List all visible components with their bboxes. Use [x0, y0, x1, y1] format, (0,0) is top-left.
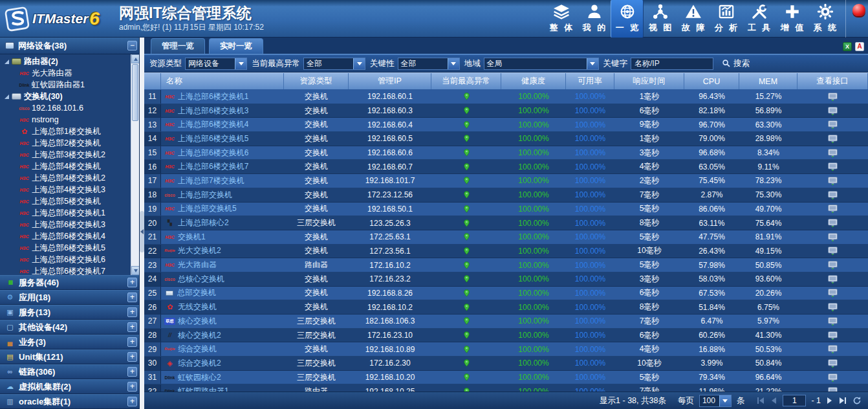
- column-header[interactable]: 响应时间: [614, 73, 684, 89]
- sidebar-section-services[interactable]: ▣ 服务(13) +: [0, 305, 139, 320]
- device-name-link[interactable]: 上海总部交换机: [178, 190, 232, 201]
- device-name-link[interactable]: 综合交换机: [178, 344, 217, 355]
- table-row[interactable]: 17 H3C上海总部7楼交换机 交换机 192.168.101.7 100.00…: [144, 174, 868, 188]
- scrollbar-thumb[interactable]: [132, 64, 138, 121]
- device-name-link[interactable]: 总核心交换机: [178, 274, 224, 285]
- view-interface-button[interactable]: [828, 149, 838, 157]
- table-row[interactable]: 30 ◈综合交换机2 三层交换机 172.16.2.30 100.00% 100…: [144, 357, 868, 371]
- column-header[interactable]: CPU: [684, 73, 739, 89]
- table-row[interactable]: 29 Ruijie综合交换机 交换机 192.168.10.89 100.00%…: [144, 342, 868, 357]
- chevron-down-icon[interactable]: [353, 58, 365, 69]
- view-interface-button[interactable]: [828, 120, 838, 129]
- expand-plus-button[interactable]: +: [127, 352, 137, 362]
- alarm-icon[interactable]: [852, 4, 865, 16]
- view-interface-button[interactable]: [828, 261, 838, 269]
- sidebar-header-network-devices[interactable]: 网络设备(38) −: [0, 38, 139, 54]
- sidebar-section-unit-set[interactable]: ▤ Unit集(121) +: [0, 349, 139, 364]
- view-interface-button[interactable]: [828, 331, 838, 340]
- table-row[interactable]: 25 总部交换机 交换机 192.168.8.26 100.00% 100.00…: [144, 287, 868, 301]
- device-name-link[interactable]: 核心交换机2: [178, 330, 221, 341]
- sidebar-section-applications[interactable]: ⚙ 应用(18) +: [0, 290, 139, 305]
- tab-realtime-overview[interactable]: 实时一览: [209, 38, 263, 54]
- chevron-down-icon[interactable]: [448, 58, 459, 69]
- tree-scrollbar[interactable]: [131, 54, 139, 275]
- tree-item[interactable]: Dlink 虹钦园路由器1: [0, 79, 139, 91]
- table-row[interactable]: 20 ▚上海总部核心2 三层交换机 123.25.26.3 100.00% 10…: [144, 216, 868, 230]
- device-name-link[interactable]: 虹钦园核心2: [178, 372, 221, 383]
- last-page-button[interactable]: [838, 397, 847, 404]
- table-row[interactable]: 13 H3C上海总部6楼交换机4 交换机 192.168.60.4 100.00…: [144, 118, 868, 132]
- tree-item[interactable]: H3C 上海总部6楼交换机1: [0, 207, 139, 219]
- tree-item[interactable]: ✿ 上海总部1楼交换机: [0, 126, 139, 137]
- column-header[interactable]: 管理IP: [349, 73, 431, 89]
- view-interface-button[interactable]: [828, 204, 838, 213]
- chevron-down-icon[interactable]: [719, 395, 731, 406]
- table-row[interactable]: 22 Ruijie光大交换机2 交换机 127.23.56.1 100.00% …: [144, 245, 868, 259]
- scroll-down-arrow-icon[interactable]: [131, 266, 139, 275]
- device-name-link[interactable]: 虹钦园路由器1: [178, 386, 229, 392]
- sidebar-section-servers[interactable]: ▮▮ 服务器(46) +: [0, 275, 139, 290]
- sidebar-section-oracle-cluster[interactable]: ▥ oracle集群(1) +: [0, 394, 139, 409]
- tree-expand-arrow-icon[interactable]: [5, 60, 9, 64]
- chevron-down-icon[interactable]: [587, 58, 598, 69]
- view-interface-button[interactable]: [828, 177, 838, 185]
- tree-item[interactable]: H3C 光大路由器: [0, 67, 139, 79]
- sidebar-section-other-devices[interactable]: ▢ 其他设备(42) +: [0, 320, 139, 335]
- next-page-button[interactable]: [826, 397, 833, 404]
- tree-item[interactable]: H3C 上海总部3楼交换机2: [0, 149, 139, 160]
- expand-plus-button[interactable]: +: [127, 278, 137, 287]
- tree-item[interactable]: H3C 上海总部6楼交换机6: [0, 254, 139, 265]
- device-name-link[interactable]: 总部交换机: [177, 287, 216, 298]
- table-row[interactable]: 21 H3C交换机1 交换机 172.25.63.1 100.00% 100.0…: [144, 230, 868, 245]
- scroll-up-arrow-icon[interactable]: [131, 54, 139, 63]
- nav-item-system[interactable]: 系 统: [808, 0, 841, 38]
- column-header[interactable]: 健康度: [501, 73, 566, 89]
- nav-item-mine[interactable]: 我 的: [578, 0, 611, 38]
- tab-manage-overview[interactable]: 管理一览: [151, 38, 205, 54]
- tree-group[interactable]: 交换机(30): [0, 91, 139, 102]
- keyword-input[interactable]: [631, 58, 713, 70]
- column-header[interactable]: 可用率: [566, 73, 614, 89]
- expand-plus-button[interactable]: +: [127, 382, 137, 392]
- view-interface-button[interactable]: [828, 93, 838, 101]
- nav-item-view[interactable]: 视 图: [644, 0, 677, 38]
- collapse-minus-button[interactable]: −: [127, 41, 137, 50]
- device-name-link[interactable]: 上海总部6楼交换机3: [178, 105, 248, 116]
- view-interface-button[interactable]: [828, 135, 838, 143]
- prev-page-button[interactable]: [770, 397, 777, 404]
- table-row[interactable]: 28 //核心交换机2 三层交换机 172.16.23.10 100.00% 1…: [144, 329, 868, 343]
- device-name-link[interactable]: 核心交换机: [178, 316, 217, 327]
- device-name-link[interactable]: 无线交换机: [178, 302, 217, 313]
- table-row[interactable]: 26 ✿无线交换机 交换机 192.168.10.2 100.00% 100.0…: [144, 300, 868, 315]
- table-row[interactable]: 23 H3C光大路由器 路由器 172.16.10.2 100.00% 100.…: [144, 258, 868, 272]
- view-interface-button[interactable]: [828, 162, 838, 171]
- sidebar-collapse-handle[interactable]: [140, 211, 144, 252]
- nav-item-overview[interactable]: 一 览: [611, 0, 644, 38]
- table-row[interactable]: 24 cisco总核心交换机 交换机 172.16.23.2 100.00% 1…: [144, 272, 868, 287]
- view-interface-button[interactable]: [828, 219, 838, 227]
- top-abnormal-select[interactable]: 全部: [303, 58, 365, 70]
- view-interface-button[interactable]: [828, 387, 838, 392]
- view-interface-button[interactable]: [828, 233, 838, 241]
- tree-item[interactable]: H3C 上海总部2楼交换机: [0, 137, 139, 149]
- table-row[interactable]: 27 联想核心交换机 三层交换机 182.168.106.3 100.00% 1…: [144, 315, 868, 329]
- expand-plus-button[interactable]: +: [127, 293, 137, 302]
- per-page-select[interactable]: 100: [699, 395, 732, 407]
- view-interface-button[interactable]: [828, 359, 838, 368]
- tree-item[interactable]: H3C 上海总部4楼交换机: [0, 160, 139, 172]
- device-name-link[interactable]: 光大交换机2: [178, 245, 221, 256]
- device-name-link[interactable]: 综合交换机2: [178, 358, 221, 369]
- sidebar-splitter[interactable]: [140, 38, 144, 409]
- column-header[interactable]: 资源类型: [284, 73, 349, 89]
- export-excel-icon[interactable]: [843, 42, 852, 51]
- region-select[interactable]: 全局: [484, 58, 599, 70]
- tree-group[interactable]: 路由器(2): [0, 56, 139, 67]
- view-interface-button[interactable]: [828, 247, 838, 255]
- first-page-button[interactable]: [756, 397, 765, 404]
- table-row[interactable]: 31 Dlink虹钦园核心2 三层交换机 192.168.10.20 100.0…: [144, 371, 868, 385]
- device-name-link[interactable]: 上海总部交换机5: [178, 203, 237, 214]
- view-interface-button[interactable]: [828, 373, 838, 382]
- table-row[interactable]: 11 H3C上海总部6楼交换机1 交换机 192.168.60.1 100.00…: [144, 90, 868, 104]
- tree-item[interactable]: H3C 上海总部6楼交换机5: [0, 242, 139, 254]
- table-row[interactable]: 32 Dlink虹钦园路由器1 路由器 192.168.10.25 100.00…: [144, 384, 868, 392]
